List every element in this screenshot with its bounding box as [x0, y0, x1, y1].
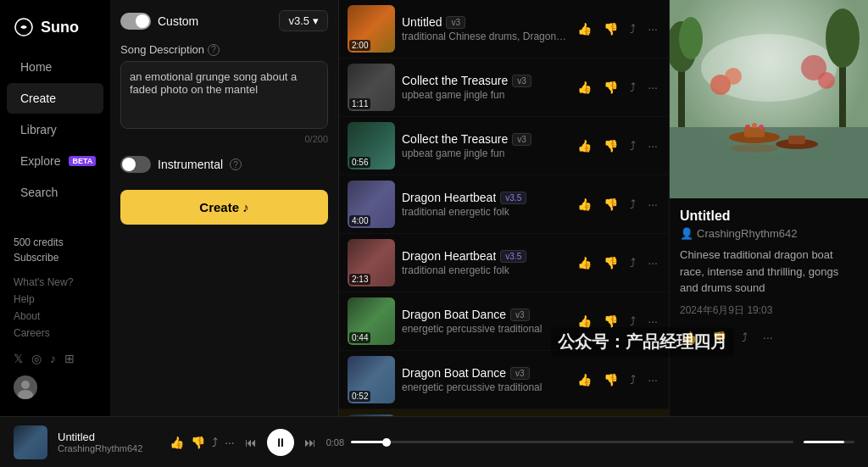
song-more-button[interactable]: ··· [645, 19, 660, 38]
more-button[interactable]: ··· [760, 328, 776, 347]
svg-point-22 [818, 72, 835, 89]
song-title: Dragon Boat Dance [402, 308, 506, 321]
next-button[interactable]: ⏭ [304, 436, 316, 449]
player-more-button[interactable]: ··· [225, 436, 235, 449]
instagram-icon[interactable]: ◎ [31, 352, 42, 365]
create-button[interactable]: Create ♪ [120, 190, 328, 225]
song-dislike-button[interactable]: 👎 [601, 370, 620, 389]
track-title: Untitled [680, 208, 858, 224]
about-link[interactable]: About [14, 308, 97, 325]
svg-point-8 [679, 17, 703, 59]
sidebar-item-home[interactable]: Home [7, 52, 103, 82]
play-pause-button[interactable]: ⏸ [267, 429, 294, 456]
song-share-button[interactable]: ⤴ [627, 78, 638, 97]
song-info: Dragon Boat Dance v3 energetic percussiv… [395, 308, 575, 335]
song-like-button[interactable]: 👍 [575, 253, 594, 272]
instrumental-toggle[interactable] [120, 156, 151, 173]
help-link[interactable]: Help [14, 291, 97, 308]
svg-point-13 [745, 125, 750, 130]
song-dislike-button[interactable]: 👎 [601, 312, 620, 331]
twitter-icon[interactable]: 𝕏 [14, 352, 23, 365]
previous-button[interactable]: ⏮ [245, 436, 257, 449]
svg-point-20 [725, 68, 742, 85]
song-share-button[interactable]: ⤴ [627, 195, 638, 214]
song-share-button[interactable]: ⤴ [627, 312, 638, 331]
song-version-tag: v3 [446, 16, 465, 29]
song-like-button[interactable]: 👍 [575, 195, 594, 214]
instrumental-help-icon[interactable]: ? [230, 158, 242, 170]
song-item[interactable]: 2:01 Untitled v3.5 Chinese traditional d… [339, 409, 669, 416]
song-more-button[interactable]: ··· [645, 195, 660, 214]
track-description: Chinese traditional dragon boat race, in… [680, 247, 858, 297]
whats-new-link[interactable]: What's New? [14, 274, 97, 291]
subscribe-button[interactable]: Subscribe [14, 252, 97, 264]
song-title: Dragon Heartbeat [402, 191, 496, 204]
song-description-input[interactable]: an emotional grunge song about a faded p… [120, 61, 328, 129]
song-actions: 👍 👎 ⤴ ··· [575, 78, 660, 97]
song-description: upbeat game jingle fun [402, 89, 568, 101]
song-share-button[interactable]: ⤴ [627, 136, 638, 155]
custom-toggle[interactable] [120, 13, 151, 30]
song-thumbnail: 0:52 [348, 356, 395, 403]
volume-bar[interactable] [804, 441, 854, 443]
like-button[interactable]: 👍 [680, 328, 699, 347]
song-item[interactable]: 4:00 Dragon Heartbeat v3.5 traditional e… [339, 175, 669, 234]
song-info: Dragon Boat Dance v3 energetic percussiv… [395, 366, 575, 393]
song-more-button[interactable]: ··· [645, 136, 660, 155]
player-info: Untitled CrashingRhythm642 [58, 431, 159, 453]
song-info: Collect the Treasure v3 upbeat game jing… [395, 74, 575, 101]
beta-badge: BETA [69, 156, 96, 166]
song-share-button[interactable]: ⤴ [627, 370, 638, 389]
song-title-row: Dragon Boat Dance v3 [402, 366, 568, 380]
sidebar-item-explore[interactable]: Explore BETA [7, 146, 103, 176]
song-thumbnail: 0:44 [348, 297, 395, 345]
version-button[interactable]: v3.5 ▾ [279, 10, 328, 31]
player-dislike-button[interactable]: 👎 [191, 436, 205, 449]
sidebar-item-create[interactable]: Create [7, 83, 103, 114]
song-share-button[interactable]: ⤴ [627, 253, 638, 272]
song-dislike-button[interactable]: 👎 [601, 19, 620, 38]
song-dislike-button[interactable]: 👎 [601, 253, 620, 272]
careers-link[interactable]: Careers [14, 325, 97, 342]
song-share-button[interactable]: ⤴ [627, 19, 638, 38]
song-description-help-icon[interactable]: ? [208, 44, 220, 56]
song-dislike-button[interactable]: 👎 [601, 78, 620, 97]
credits-text: 500 credits [14, 236, 97, 248]
player-like-button[interactable]: 👍 [170, 436, 184, 449]
share-button[interactable]: ⤴ [739, 328, 750, 347]
song-more-button[interactable]: ··· [645, 78, 660, 97]
dislike-button[interactable]: 👎 [709, 328, 729, 347]
song-dislike-button[interactable]: 👎 [601, 136, 620, 155]
song-item[interactable]: 0:56 Collect the Treasure v3 upbeat game… [339, 117, 669, 175]
song-actions: 👍 👎 ⤴ ··· [575, 312, 660, 331]
song-like-button[interactable]: 👍 [575, 19, 594, 38]
song-more-button[interactable]: ··· [645, 370, 660, 389]
song-more-button[interactable]: ··· [645, 253, 660, 272]
song-description-label: Song Description ? [120, 43, 328, 56]
song-like-button[interactable]: 👍 [575, 370, 594, 389]
song-like-button[interactable]: 👍 [575, 78, 594, 97]
discord-icon[interactable]: ⊞ [64, 352, 75, 365]
song-item[interactable]: 2:13 Dragon Heartbeat v3.5 traditional e… [339, 234, 669, 292]
song-like-button[interactable]: 👍 [575, 136, 594, 155]
song-item[interactable]: 1:11 Collect the Treasure v3 upbeat game… [339, 58, 669, 117]
tiktok-icon[interactable]: ♪ [50, 352, 56, 365]
song-item[interactable]: 0:52 Dragon Boat Dance v3 energetic perc… [339, 351, 669, 409]
song-more-button[interactable]: ··· [645, 312, 660, 331]
player-thumbnail [14, 425, 47, 459]
sidebar-item-library[interactable]: Library [7, 114, 103, 145]
sidebar-item-search[interactable]: Search [7, 177, 103, 208]
svg-point-1 [21, 381, 30, 389]
instrumental-row: Instrumental ? [120, 156, 328, 173]
person-icon: 👤 [680, 227, 693, 240]
progress-bar[interactable] [351, 441, 793, 443]
song-like-button[interactable]: 👍 [575, 312, 594, 331]
song-info: Dragon Heartbeat v3.5 traditional energe… [395, 249, 575, 276]
song-dislike-button[interactable]: 👎 [601, 195, 620, 214]
svg-point-10 [826, 8, 860, 68]
player-share-button[interactable]: ⤴ [212, 436, 218, 449]
user-avatar[interactable] [14, 375, 37, 399]
song-item[interactable]: 2:00 Untitled v3 traditional Chinese dru… [339, 0, 669, 58]
song-title-row: Dragon Heartbeat v3.5 [402, 249, 568, 263]
song-item[interactable]: 0:44 Dragon Boat Dance v3 energetic perc… [339, 292, 669, 351]
